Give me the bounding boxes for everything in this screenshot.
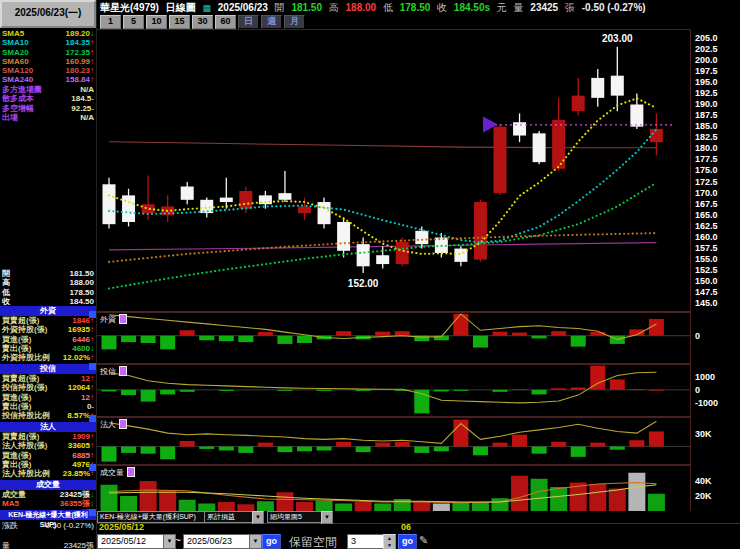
stat-row: 散多成本184.5-: [0, 94, 96, 103]
date-to-select[interactable]: 2025/06/23 ▼: [183, 534, 262, 549]
date-to-arrow-icon[interactable]: ▼: [249, 535, 261, 548]
main-candlestick-chart[interactable]: 203.00152.00: [97, 29, 691, 312]
period-button-5[interactable]: 5: [123, 15, 144, 29]
edit-pencil-icon[interactable]: ✎: [419, 534, 428, 547]
flow-bar: [121, 447, 136, 453]
stat-value-text: 12: [81, 393, 90, 402]
subpanel-axis-label: 40K: [695, 476, 712, 486]
price-axis-label: 200.0: [695, 55, 718, 65]
go-button-2[interactable]: go: [398, 534, 417, 549]
candle-body: [278, 193, 291, 200]
flow-bar: [336, 442, 351, 447]
volume-bar: [120, 496, 137, 511]
unit-label: 元: [497, 2, 507, 13]
volume-panel[interactable]: 成交量: [97, 465, 691, 512]
ken-indicator-bar[interactable]: KEN-極光線+爆大量(獲利SUP): [0, 510, 96, 520]
flow-bar: [199, 336, 214, 341]
up-arrow-icon: ↑: [90, 353, 94, 362]
date-from-select[interactable]: 2025/05/12 ▼: [97, 534, 176, 549]
flow-bar: [551, 331, 566, 336]
foreign-investors-panel[interactable]: 外資: [97, 312, 691, 364]
stat-row: 收184.50: [0, 297, 96, 306]
candle-body: [122, 195, 135, 222]
flow-bar: [141, 447, 156, 454]
indicator-list: 多方進場圖N/A散多成本184.5-多空增幅92.25-出場N/A: [0, 85, 96, 122]
flow-bar: [414, 447, 429, 453]
up-arrow-icon: ↑: [90, 383, 94, 392]
flat-icon: -: [91, 402, 94, 411]
stat-value-text: 181.50: [70, 269, 94, 278]
date-box[interactable]: 2025/06/23(一): [0, 0, 96, 28]
panel-drag-handle[interactable]: [89, 464, 96, 471]
change-value: -0.50 (-0.27%): [582, 2, 646, 13]
stat-value-text: 1846: [72, 316, 90, 325]
stat-label: 法人持股(張): [2, 441, 47, 450]
stat-row: SMA5189.20↓: [0, 29, 96, 38]
up-arrow-icon: ↑: [90, 441, 94, 450]
panel-drag-handle[interactable]: [89, 311, 96, 318]
candle-body: [513, 122, 526, 135]
candle-body: [630, 104, 643, 126]
spinner-up-icon[interactable]: ▲: [384, 535, 395, 542]
stat-value-text: 23.85%: [63, 469, 90, 478]
volume-row-label: 量: [2, 541, 10, 549]
panel-drag-handle[interactable]: [89, 363, 96, 370]
stat-row: 買賣超(張)1909↑: [0, 432, 96, 441]
stat-value: 181.50: [70, 269, 94, 278]
stat-label: 買進(張): [2, 451, 31, 460]
sma-list: SMA5189.20↓SMA10184.35↑SMA20172.35↑SMA60…: [0, 29, 96, 85]
reserve-spinner[interactable]: ▲ ▼: [383, 534, 396, 549]
stat-value-text: 12064: [68, 383, 90, 392]
volume-bar: [335, 504, 352, 512]
period-button-1[interactable]: 1: [100, 15, 121, 29]
investment-trust-panel[interactable]: 投信: [97, 364, 691, 417]
panel-drag-handle[interactable]: [89, 415, 96, 422]
panel-title-institution: 法人: [100, 419, 127, 430]
chart-grid-icon[interactable]: ▦: [202, 3, 211, 13]
candle-body: [396, 242, 409, 264]
period-button-10[interactable]: 10: [146, 15, 167, 29]
panel-drag-handle[interactable]: [89, 509, 96, 516]
subpanel-axis-label: 1000: [695, 372, 715, 382]
price-axis-label: 182.5: [695, 132, 718, 142]
period-button-日[interactable]: 日: [238, 15, 259, 29]
stat-value-text: 12.02%: [63, 353, 90, 362]
title-bar: 華星光(4979) 日線圖 ▦ 2025/06/23 開 181.50 高 18…: [100, 1, 650, 14]
flow-bar: [493, 390, 508, 392]
period-button-15[interactable]: 15: [169, 15, 190, 29]
stat-label: SMA20: [2, 48, 29, 57]
institutional-panel[interactable]: 法人: [97, 417, 691, 465]
stat-row: 法人持股(張)33605↑: [0, 441, 96, 450]
down-arrow-icon: ↓: [90, 490, 94, 499]
flow-bar: [532, 336, 547, 339]
stat-label: 開: [2, 269, 10, 278]
stat-value: 184.5-: [71, 94, 94, 103]
open-label: 開: [275, 2, 285, 13]
stat-value-text: N/A: [80, 113, 94, 122]
period-button-週[interactable]: 週: [261, 15, 282, 29]
stat-label: SMA60: [2, 57, 29, 66]
price-axis-label: 175.0: [695, 165, 718, 175]
stat-value-text: 8.57%: [67, 411, 90, 420]
panel-title-text: 投信: [100, 367, 116, 376]
stat-label: SMA5: [2, 29, 24, 38]
period-button-60[interactable]: 60: [215, 15, 236, 29]
stat-label: 法人持股比例: [2, 469, 50, 478]
volume-row: 量 23425張: [0, 541, 96, 549]
stat-label: 出場: [2, 113, 18, 122]
date-from-arrow-icon[interactable]: ▼: [163, 535, 175, 548]
ma-line: [109, 98, 656, 254]
flow-bar: [180, 441, 195, 447]
price-axis-label: 195.0: [695, 77, 718, 87]
period-button-月[interactable]: 月: [284, 15, 305, 29]
candle-body: [337, 222, 350, 251]
flow-bar: [375, 332, 390, 336]
period-button-30[interactable]: 30: [192, 15, 213, 29]
go-button[interactable]: go: [262, 534, 281, 549]
stat-value: 23425張↓: [60, 490, 94, 499]
reserve-space-input[interactable]: 3: [347, 534, 386, 549]
stat-label: 散多成本: [2, 94, 34, 103]
spinner-down-icon[interactable]: ▼: [384, 542, 395, 549]
flow-bar: [356, 390, 371, 391]
flow-bar: [102, 390, 117, 392]
